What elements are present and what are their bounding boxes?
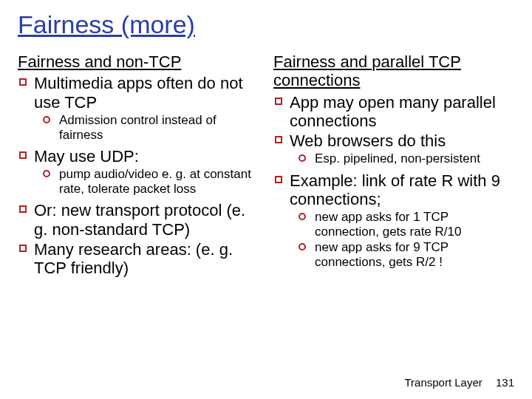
right-list: App may open many parallel connections W… [273,93,514,270]
slide-title: Fairness (more) [18,10,514,39]
list-item: Example: link of rate R with 9 connectio… [273,171,514,270]
footer-label: Transport Layer [404,376,482,389]
left-list: Multimedia apps often do not use TCP Adm… [18,74,259,277]
left-heading: Fairness and non-TCP [18,52,259,71]
list-item: Admission control instead of fairness [43,113,259,143]
bullet-text: Multimedia apps often do not use TCP [34,74,243,111]
right-sublist-1: Esp. pipelined, non-persistent [290,151,514,166]
footer: Transport Layer 131 [404,376,514,389]
list-item: App may open many parallel connections [273,93,514,131]
columns: Fairness and non-TCP Multimedia apps oft… [18,52,514,279]
list-item: new app asks for 1 TCP connection, gets … [299,210,514,239]
list-item: pump audio/video e. g. at constant rate,… [43,167,259,197]
list-item: Web browsers do this Esp. pipelined, non… [273,132,514,166]
right-column: Fairness and parallel TCP connections Ap… [273,52,514,279]
right-sublist-2: new app asks for 1 TCP connection, gets … [290,210,514,270]
bullet-text: Example: link of rate R with 9 connectio… [290,171,500,208]
list-item: May use UDP: pump audio/video e. g. at c… [18,147,259,197]
list-item: new app asks for 9 TCP connections, gets… [299,240,514,270]
bullet-text: May use UDP: [34,147,139,166]
bullet-text: Web browsers do this [290,132,446,150]
left-sublist-2: pump audio/video e. g. at constant rate,… [34,167,259,197]
right-heading: Fairness and parallel TCP connections [273,52,514,90]
list-item: Multimedia apps often do not use TCP Adm… [18,74,259,143]
list-item: Many research areas: (e. g. TCP friendly… [18,240,259,278]
list-item: Esp. pipelined, non-persistent [299,151,514,166]
left-column: Fairness and non-TCP Multimedia apps oft… [18,52,259,279]
left-sublist-1: Admission control instead of fairness [34,113,259,143]
slide: Fairness (more) Fairness and non-TCP Mul… [0,0,532,399]
list-item: Or: new transport protocol (e. g. non-st… [18,201,259,239]
page-number: 131 [496,376,514,389]
